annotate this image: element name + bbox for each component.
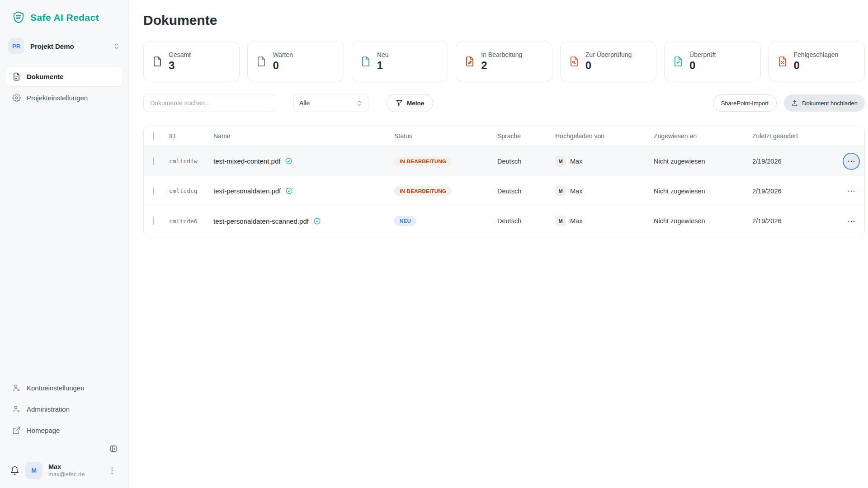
row-actions-menu-button[interactable]: ⋯ [844, 213, 859, 229]
sidebar-item-administration[interactable]: Administration [6, 399, 122, 419]
stat-label: Warten [273, 51, 293, 58]
last-modified: 2/19/2026 [752, 217, 838, 225]
sidebar-item-label: Administration [27, 405, 70, 413]
sidebar: Safe AI Redact PR Projekt Demo Dokumente [0, 0, 129, 488]
stat-card-in-bearbeitung: In Bearbeitung 2 [456, 42, 552, 81]
file-x-icon [777, 56, 788, 67]
stats-row: Gesamt 3 Warten 0 Neu 1 [143, 42, 865, 81]
document-id: cmltcdcg [169, 188, 213, 194]
check-circle-icon [313, 217, 321, 225]
assigned-to: Nicht zugewiesen [654, 158, 752, 165]
sidebar-item-dokumente[interactable]: Dokumente [6, 67, 122, 86]
stat-label: Fehlgeschlagen [794, 51, 839, 58]
stat-card-gesamt: Gesamt 3 [143, 42, 240, 81]
file-search-icon [569, 56, 580, 67]
page-title: Dokumente [143, 13, 865, 28]
upload-document-button[interactable]: Dokument hochladen [784, 94, 865, 112]
document-name[interactable]: test-personaldaten.pdf [213, 187, 281, 195]
upload-icon [791, 99, 798, 107]
column-header-name: Name [213, 132, 394, 140]
select-all-checkbox[interactable] [153, 132, 154, 140]
document-name[interactable]: test-personaldaten-scanned.pdf [213, 217, 309, 225]
uploader-name: Max [570, 188, 582, 195]
stat-label: Zur Überprüfung [585, 51, 632, 58]
mine-filter-label: Meine [407, 100, 424, 107]
file-check-icon [673, 56, 684, 67]
user-meta: Max max@efec.de [48, 463, 99, 478]
stat-card-neu: Neu 1 [352, 42, 448, 81]
main-content: Dokumente Gesamt 3 Warten 0 [129, 0, 868, 488]
stat-label: Gesamt [169, 51, 191, 58]
last-modified: 2/19/2026 [752, 158, 838, 165]
chevron-up-down-icon [113, 42, 120, 50]
sidebar-item-label: Dokumente [27, 73, 64, 80]
file-icon [152, 56, 163, 67]
stat-card-ueberprueft: Überprüft 0 [664, 42, 760, 81]
document-language: Deutsch [497, 217, 555, 225]
select-row-checkbox[interactable] [153, 157, 154, 165]
table-row[interactable]: cmltcde6 test-personaldaten-scanned.pdf … [144, 206, 864, 236]
search-input[interactable] [143, 94, 275, 112]
status-badge: NEU [394, 216, 416, 226]
app-root: Safe AI Redact PR Projekt Demo Dokumente [0, 0, 868, 488]
funnel-icon [396, 99, 403, 107]
gear-icon [12, 94, 21, 102]
stat-value: 0 [273, 59, 293, 72]
sidebar-item-homepage[interactable]: Homepage [6, 421, 122, 440]
column-header-zugewiesen-an: Zugewiesen an [654, 132, 752, 140]
select-row-checkbox[interactable] [153, 187, 154, 195]
uploader-name: Max [570, 217, 582, 225]
stat-value: 3 [169, 59, 191, 72]
stat-value: 2 [481, 59, 522, 72]
user-admin-icon [12, 405, 21, 413]
table-row[interactable]: cmltcdfw test-mixed-content.pdf IN BEARB… [144, 146, 864, 176]
document-name[interactable]: test-mixed-content.pdf [213, 157, 280, 165]
uploaded-by-cell: M Max [555, 216, 654, 226]
user-menu-kebab-icon[interactable]: ⋮ [104, 464, 119, 477]
app-title: Safe AI Redact [30, 12, 99, 23]
shield-logo-icon [12, 11, 25, 24]
stat-card-warten: Warten 0 [247, 42, 344, 81]
document-icon [12, 72, 21, 81]
stat-value: 0 [689, 59, 716, 72]
uploader-avatar: M [555, 186, 566, 197]
upload-document-label: Dokument hochladen [802, 100, 858, 107]
table-row[interactable]: cmltcdcg test-personaldaten.pdf IN BEARB… [144, 176, 864, 206]
row-actions-menu-button[interactable]: ⋯ [844, 183, 859, 199]
project-selector[interactable]: PR Projekt Demo [8, 38, 120, 54]
notifications-bell-icon[interactable] [10, 466, 19, 475]
stat-label: Neu [377, 51, 389, 58]
stat-value: 0 [585, 59, 632, 72]
user-avatar: M [25, 462, 42, 479]
mine-filter-button[interactable]: Meine [387, 94, 433, 112]
project-avatar: PR [8, 38, 24, 54]
sharepoint-import-button[interactable]: SharePoint-Import [713, 94, 777, 112]
project-name: Projekt Demo [30, 42, 107, 50]
uploaded-by-cell: M Max [555, 186, 654, 197]
user-row: M Max max@efec.de ⋮ [6, 457, 122, 482]
document-id: cmltcde6 [169, 218, 213, 225]
last-modified: 2/19/2026 [752, 188, 838, 195]
document-language: Deutsch [497, 158, 555, 165]
uploader-avatar: M [555, 156, 566, 167]
sidebar-item-label: Homepage [27, 427, 60, 434]
toolbar: Alle Meine SharePoint-Import Dokument ho… [143, 94, 865, 112]
status-filter-value: Alle [299, 99, 310, 107]
stat-card-fehlgeschlagen: Fehlgeschlagen 0 [769, 42, 865, 81]
documents-table: ID Name Status Sprache Hochgeladen von Z… [143, 126, 865, 236]
row-actions-menu-button[interactable]: ⋯ [844, 154, 859, 169]
status-filter-select[interactable]: Alle [293, 94, 368, 112]
document-id: cmltcdfw [169, 158, 213, 164]
uploaded-by-cell: M Max [555, 156, 654, 167]
sidebar-collapse-button[interactable] [109, 445, 118, 453]
file-icon [256, 56, 267, 67]
uploader-avatar: M [555, 216, 566, 226]
select-row-checkbox[interactable] [153, 217, 154, 225]
status-badge: IN BEARBEITUNG [394, 186, 452, 196]
stat-label: Überprüft [689, 51, 716, 58]
column-header-sprache: Sprache [497, 132, 555, 140]
sidebar-item-projekteinstellungen[interactable]: Projekteinstellungen [6, 88, 122, 108]
assigned-to: Nicht zugewiesen [654, 188, 752, 195]
stat-value: 0 [794, 59, 839, 72]
sidebar-item-kontoeinstellungen[interactable]: Kontoeinstellungen [6, 378, 122, 398]
